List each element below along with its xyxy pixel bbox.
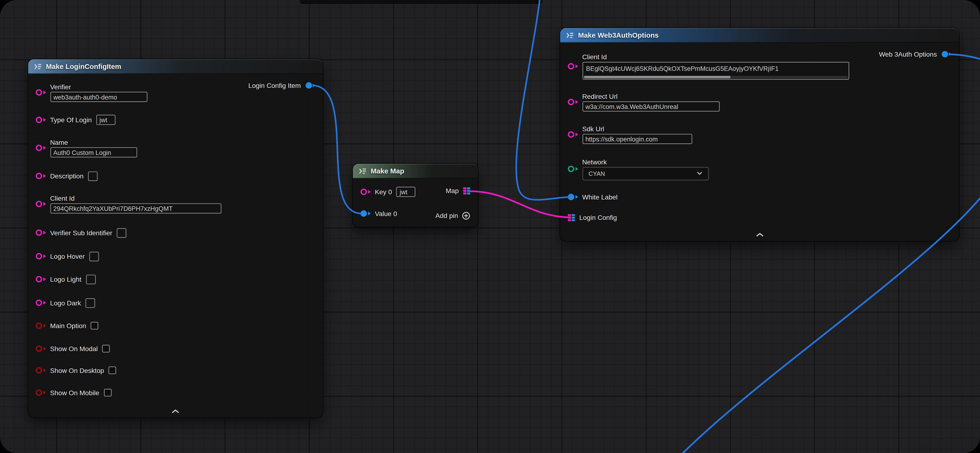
pin-row-value-0: Value 0 (361, 208, 397, 219)
show-on-modal-pin[interactable] (36, 345, 46, 352)
network-label: Network (582, 158, 709, 165)
show-on-modal-checkbox[interactable] (102, 345, 110, 352)
redirect-url-pin[interactable] (568, 99, 578, 105)
name-pin[interactable] (36, 145, 46, 151)
node-header-make-map[interactable]: Make Map (353, 164, 478, 178)
node-title: Make Web3AuthOptions (578, 31, 659, 39)
name-label: Name (50, 138, 137, 146)
output-row-map: Map (445, 185, 470, 196)
show-on-desktop-pin[interactable] (36, 367, 46, 374)
blueprint-editor: Make LoginConfigItem Login Config Item V… (0, 0, 980, 453)
show-on-mobile-checkbox[interactable] (103, 389, 111, 396)
pin-row-logo-light: Logo Light (36, 273, 95, 285)
show-on-desktop-checkbox[interactable] (109, 366, 116, 374)
add-pin-button[interactable]: Add pin (436, 211, 470, 220)
make-struct-icon (566, 31, 574, 39)
client-id-input[interactable] (50, 203, 221, 214)
logo-hover-pin[interactable] (36, 253, 46, 260)
pin-row-show-on-desktop: Show On Desktop (36, 364, 116, 376)
logo-dark-input[interactable] (85, 298, 95, 307)
show-on-mobile-pin[interactable] (36, 390, 46, 396)
pin-row-logo-dark: Logo Dark (36, 297, 95, 309)
key-0-pin[interactable] (361, 188, 371, 195)
blueprint-canvas[interactable]: Make LoginConfigItem Login Config Item V… (0, 0, 980, 453)
pin-row-logo-hover: Logo Hover (36, 250, 99, 262)
white-label-label: White Label (582, 193, 617, 201)
make-map-icon (359, 166, 367, 175)
name-input[interactable] (50, 147, 137, 157)
node-make-map[interactable]: Make Map Key 0 Map (353, 164, 478, 227)
logo-light-input[interactable] (86, 274, 95, 284)
output-pin-label: Login Config Item (248, 81, 301, 89)
logo-hover-label: Logo Hover (50, 252, 85, 260)
chevron-down-icon (696, 171, 702, 175)
collapse-node-button[interactable] (750, 230, 769, 239)
pin-row-description: Description (36, 170, 98, 182)
pin-row-network: Network CYAN (568, 156, 708, 182)
pin-row-type-of-login: Type Of Login (36, 114, 116, 125)
main-option-label: Main Option (50, 322, 86, 329)
client-id-scroll-track (584, 76, 848, 78)
type-of-login-pin[interactable] (36, 117, 46, 123)
logo-dark-pin[interactable] (36, 299, 46, 306)
type-of-login-input[interactable] (96, 115, 116, 125)
verifier-sub-identifier-input[interactable] (117, 228, 126, 238)
sdk-url-label: Sdk Url (582, 125, 692, 132)
verifier-pin[interactable] (36, 89, 46, 96)
redirect-url-label: Redirect Url (582, 92, 719, 100)
node-header-make-web3authoptions[interactable]: Make Web3AuthOptions (560, 28, 959, 43)
add-pin-label: Add pin (436, 212, 458, 219)
sdk-url-pin[interactable] (568, 131, 578, 138)
verifier-sub-identifier-pin[interactable] (36, 229, 46, 236)
pin-row-white-label: White Label (568, 191, 617, 203)
login-config-label: Login Config (579, 214, 617, 221)
main-option-checkbox[interactable] (91, 322, 98, 329)
key-0-input[interactable] (396, 187, 416, 197)
description-input[interactable] (88, 171, 97, 181)
pin-row-name: Name (36, 136, 137, 160)
value-0-pin[interactable] (361, 211, 371, 217)
key-0-label: Key 0 (375, 188, 392, 196)
wire-map-to-loginconfig[interactable] (469, 191, 571, 217)
map-output-pin[interactable] (463, 187, 470, 194)
node-header-make-loginconfigitem[interactable]: Make LoginConfigItem (28, 59, 323, 74)
pin-row-sdk-url: Sdk Url (568, 123, 692, 146)
logo-light-pin[interactable] (36, 276, 46, 282)
w3a-client-id-label: Client Id (582, 53, 849, 60)
pin-row-login-config: Login Config (568, 212, 617, 223)
node-make-web3authoptions[interactable]: Make Web3AuthOptions Web 3Auth Options C… (560, 28, 959, 241)
show-on-modal-label: Show On Modal (50, 345, 98, 352)
logo-hover-input[interactable] (89, 251, 99, 261)
logo-light-label: Logo Light (50, 275, 81, 283)
value-0-label: Value 0 (375, 210, 397, 217)
client-id-scrollbar[interactable] (584, 76, 730, 78)
pin-row-verifier: Verifier (36, 81, 147, 104)
show-on-desktop-label: Show On Desktop (50, 366, 104, 374)
plus-circle-icon (462, 211, 470, 220)
collapse-node-button[interactable] (166, 407, 185, 415)
network-pin[interactable] (568, 166, 578, 172)
pin-row-w3a-client-id: Client Id (568, 51, 849, 81)
client-id-label: Client Id (50, 194, 221, 202)
output-row-web3auth-options: Web 3Auth Options (879, 48, 951, 60)
type-of-login-label: Type Of Login (50, 116, 92, 124)
pin-row-show-on-mobile: Show On Mobile (36, 387, 111, 398)
w3a-client-id-pin[interactable] (568, 63, 578, 70)
show-on-mobile-label: Show On Mobile (50, 389, 99, 396)
network-dropdown[interactable]: CYAN (582, 166, 709, 180)
map-output-label: Map (445, 187, 459, 194)
pin-row-key-0: Key 0 (361, 186, 415, 198)
client-id-pin[interactable] (36, 201, 46, 207)
logo-dark-label: Logo Dark (50, 299, 81, 307)
main-option-pin[interactable] (36, 322, 46, 329)
description-label: Description (50, 172, 83, 180)
sdk-url-input[interactable] (582, 134, 692, 144)
verifier-input[interactable] (50, 92, 147, 102)
description-pin[interactable] (36, 173, 46, 179)
redirect-url-input[interactable] (582, 101, 719, 112)
network-selected-value: CYAN (589, 170, 605, 177)
node-make-loginconfigitem[interactable]: Make LoginConfigItem Login Config Item V… (28, 59, 323, 417)
offscreen-node-bottom-edge[interactable] (300, 0, 542, 3)
add-pin-row: Add pin (436, 210, 470, 221)
web3auth-options-output-label: Web 3Auth Options (879, 51, 937, 58)
